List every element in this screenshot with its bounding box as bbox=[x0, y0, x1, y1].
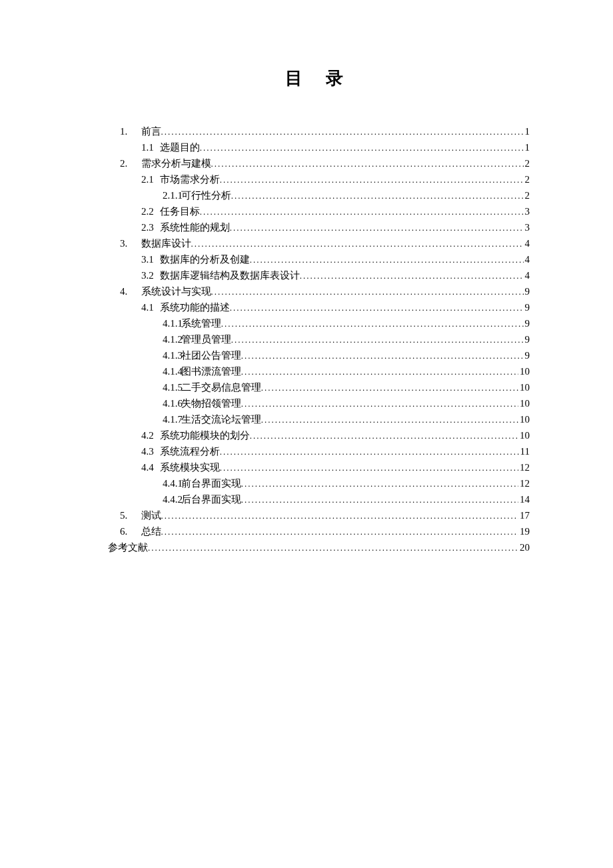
toc-entry-number: 4.1.3 bbox=[163, 347, 179, 363]
toc-leader-dots bbox=[261, 381, 518, 395]
toc-entry-label: 系统功能模块的划分 bbox=[160, 427, 250, 443]
toc-list: 1. 前言11.1 选题目的12. 需求分析与建模22.1 市场需求分析22.1… bbox=[108, 123, 530, 555]
toc-entry-label: 前言 bbox=[141, 123, 161, 139]
toc-entry: 4. 系统设计与实现9 bbox=[108, 283, 530, 299]
toc-leader-dots bbox=[191, 237, 524, 251]
toc-entry-label: 图书漂流管理 bbox=[181, 363, 241, 379]
toc-entry-number: 1. bbox=[120, 123, 136, 139]
toc-entry-label: 市场需求分析 bbox=[160, 171, 220, 187]
toc-entry-number: 3. bbox=[120, 235, 136, 251]
toc-entry-label: 系统性能的规划 bbox=[160, 219, 230, 235]
toc-entry-number: 4.1.4 bbox=[163, 363, 179, 379]
toc-entry-label: 失物招领管理 bbox=[181, 395, 241, 411]
toc-leader-dots bbox=[220, 461, 518, 475]
toc-leader-dots bbox=[161, 509, 519, 523]
toc-leader-dots bbox=[230, 221, 524, 235]
toc-entry-page: 10 bbox=[518, 395, 530, 411]
toc-entry-page: 9 bbox=[524, 299, 530, 315]
toc-entry-page: 2 bbox=[524, 171, 530, 187]
toc-entry-page: 9 bbox=[524, 283, 530, 299]
toc-entry: 1.1 选题目的1 bbox=[108, 139, 530, 155]
toc-entry: 4.1.6 失物招领管理10 bbox=[108, 395, 530, 411]
toc-entry-page: 12 bbox=[518, 459, 530, 475]
toc-entry-page: 4 bbox=[524, 251, 530, 267]
toc-leader-dots bbox=[200, 141, 524, 155]
toc-leader-dots bbox=[148, 541, 518, 555]
toc-leader-dots bbox=[241, 493, 518, 507]
toc-entry: 3. 数据库设计4 bbox=[108, 235, 530, 251]
toc-entry-number: 6. bbox=[120, 523, 136, 539]
toc-leader-dots bbox=[250, 253, 524, 267]
toc-entry-label: 任务目标 bbox=[160, 203, 200, 219]
toc-entry: 2.1.1 可行性分析2 bbox=[108, 187, 530, 203]
toc-entry-label: 可行性分析 bbox=[181, 187, 231, 203]
toc-entry: 4.1.2 管理员管理9 bbox=[108, 331, 530, 347]
toc-entry-page: 11 bbox=[519, 443, 530, 459]
toc-leader-dots bbox=[231, 333, 524, 347]
toc-leader-dots bbox=[241, 477, 518, 491]
toc-entry-label: 系统设计与实现 bbox=[141, 283, 211, 299]
toc-entry-number: 4.1.6 bbox=[163, 395, 179, 411]
toc-leader-dots bbox=[241, 365, 518, 379]
toc-entry-page: 3 bbox=[524, 219, 530, 235]
toc-entry-page: 1 bbox=[524, 123, 530, 139]
toc-entry-number: 4.1.7 bbox=[163, 411, 179, 427]
toc-entry: 4.2 系统功能模块的划分10 bbox=[108, 427, 530, 443]
toc-entry-number: 4.1 bbox=[141, 299, 157, 315]
toc-entry-page: 10 bbox=[518, 427, 530, 443]
toc-entry: 参考文献20 bbox=[108, 539, 530, 555]
toc-entry-number: 1.1 bbox=[141, 139, 157, 155]
toc-entry-page: 3 bbox=[524, 203, 530, 219]
toc-entry-number: 4. bbox=[120, 283, 136, 299]
toc-entry-page: 19 bbox=[518, 523, 530, 539]
toc-entry-number: 3.2 bbox=[141, 267, 157, 283]
toc-entry-page: 4 bbox=[524, 235, 530, 251]
toc-entry-label: 系统模块实现 bbox=[160, 459, 220, 475]
toc-leader-dots bbox=[230, 301, 524, 315]
toc-entry-number: 2.3 bbox=[141, 219, 157, 235]
toc-entry-label: 系统流程分析 bbox=[160, 443, 220, 459]
toc-entry-label: 后台界面实现 bbox=[181, 491, 241, 507]
toc-entry-label: 系统管理 bbox=[181, 315, 221, 331]
toc-leader-dots bbox=[241, 349, 524, 363]
toc-entry-number: 4.3 bbox=[141, 443, 157, 459]
toc-entry: 2.2 任务目标3 bbox=[108, 203, 530, 219]
toc-entry-page: 20 bbox=[518, 539, 530, 555]
toc-entry-label: 参考文献 bbox=[108, 539, 148, 555]
toc-leader-dots bbox=[250, 429, 518, 443]
toc-entry: 2.3 系统性能的规划3 bbox=[108, 219, 530, 235]
toc-entry-number: 4.4.1 bbox=[163, 475, 179, 491]
toc-entry: 4.1.7 生活交流论坛管理10 bbox=[108, 411, 530, 427]
toc-entry: 1. 前言1 bbox=[108, 123, 530, 139]
toc-entry-number: 3.1 bbox=[141, 251, 157, 267]
toc-entry-label: 选题目的 bbox=[160, 139, 200, 155]
toc-entry-label: 社团公告管理 bbox=[181, 347, 241, 363]
toc-entry-page: 9 bbox=[524, 347, 530, 363]
toc-entry-page: 10 bbox=[518, 411, 530, 427]
toc-entry-number: 4.2 bbox=[141, 427, 157, 443]
toc-entry-number: 4.1.1 bbox=[163, 315, 179, 331]
toc-entry: 4.1.4 图书漂流管理10 bbox=[108, 363, 530, 379]
toc-entry: 4.4.2 后台界面实现14 bbox=[108, 491, 530, 507]
toc-entry-number: 4.1.5 bbox=[163, 379, 179, 395]
toc-entry: 4.1 系统功能的描述9 bbox=[108, 299, 530, 315]
toc-entry-page: 14 bbox=[518, 491, 530, 507]
toc-entry: 4.3 系统流程分析11 bbox=[108, 443, 530, 459]
toc-leader-dots bbox=[231, 189, 524, 203]
document-page: 目 录 1. 前言11.1 选题目的12. 需求分析与建模22.1 市场需求分析… bbox=[0, 0, 613, 555]
toc-entry-number: 5. bbox=[120, 507, 136, 523]
toc-entry: 3.2 数据库逻辑结构及数据库表设计4 bbox=[108, 267, 530, 283]
toc-entry-label: 测试 bbox=[141, 507, 161, 523]
toc-title: 目 录 bbox=[108, 67, 530, 90]
toc-leader-dots bbox=[300, 269, 524, 283]
toc-entry-page: 12 bbox=[518, 475, 530, 491]
toc-entry-page: 17 bbox=[518, 507, 530, 523]
toc-leader-dots bbox=[220, 173, 524, 187]
toc-entry-label: 需求分析与建模 bbox=[141, 155, 211, 171]
toc-leader-dots bbox=[211, 157, 524, 171]
toc-leader-dots bbox=[221, 317, 524, 331]
toc-entry: 4.1.5 二手交易信息管理10 bbox=[108, 379, 530, 395]
toc-leader-dots bbox=[161, 125, 524, 139]
toc-entry-page: 10 bbox=[518, 379, 530, 395]
toc-entry-page: 9 bbox=[524, 331, 530, 347]
